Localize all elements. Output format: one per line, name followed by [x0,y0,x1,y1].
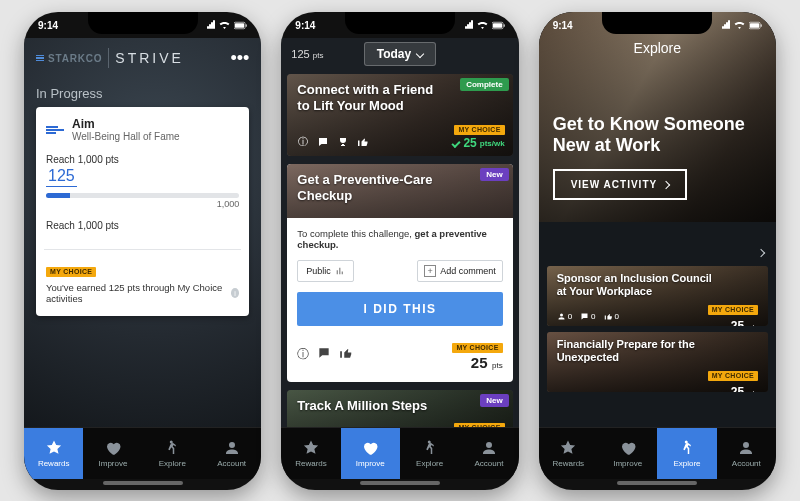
points-value: 25 [471,354,488,371]
i-did-this-button[interactable]: I DID THIS [297,292,502,326]
pick-title: Financially Prepare for the Unexpected [557,338,717,364]
status-icons [207,20,247,31]
chevron-right-icon [662,180,670,188]
tab-account[interactable]: Account [202,428,261,479]
activity-title: Get a Preventive-Care Checkup [297,172,447,205]
visibility-selector[interactable]: Public [297,260,354,282]
aim-logo-icon [46,126,64,134]
date-picker[interactable]: Today [364,42,436,66]
header-points[interactable]: 125 pts [291,48,323,60]
page-title: Explore [539,40,776,56]
check-icon [452,138,461,147]
goal-label: Reach 1,000 pts [46,154,239,165]
info-icon[interactable]: i [231,288,239,298]
thumb-icon[interactable] [357,136,369,148]
phone-rewards: 9:14 STARKCO STRIVE ••• In Progress [24,12,261,490]
starkco-logo: STARKCO [36,53,102,64]
in-progress-heading: In Progress [36,86,249,101]
tab-rewards[interactable]: Rewards [281,428,340,479]
cellular-icon [722,20,730,31]
heart-icon [619,439,637,457]
tab-bar: Rewards Improve Explore Account [281,427,518,479]
info-icon[interactable]: ⓘ [297,346,309,363]
tab-account[interactable]: Account [717,428,776,479]
tab-explore[interactable]: Explore [657,428,716,479]
person-icon [557,312,566,321]
progress-card[interactable]: Aim Well-Being Hall of Fame Reach 1,000 … [36,107,249,316]
status-time: 9:14 [295,20,315,31]
brand-divider [108,48,109,68]
tab-rewards[interactable]: Rewards [24,428,83,479]
wifi-icon [733,21,746,30]
trophy-icon[interactable] [337,136,349,148]
pick-card-financially-prepare[interactable]: Financially Prepare for the Unexpected M… [547,332,768,392]
likes-stat: 0 [604,312,619,321]
cellular-icon [207,20,215,31]
tab-rewards[interactable]: Rewards [539,428,598,479]
my-choice-tag: MY CHOICE [46,267,96,277]
wifi-icon [218,21,231,30]
activity-card-connect-friend[interactable]: Complete Connect with a Friend to Lift Y… [287,74,512,156]
starkco-mark-icon [36,55,44,62]
pick-title: Sponsor an Inclusion Council at Your Wor… [557,272,717,298]
wifi-icon [476,21,489,30]
thumb-icon[interactable] [339,346,353,363]
starkco-text: STARKCO [48,53,102,64]
walk-icon [421,439,439,457]
hero-card[interactable]: Explore Get to Know Someone New at Work … [539,12,776,222]
tab-improve[interactable]: Improve [341,428,400,479]
home-indicator[interactable] [103,481,183,485]
comment-icon[interactable] [317,346,331,363]
star-icon [302,439,320,457]
activity-card-million-steps[interactable]: New Track A Million Steps ⓘ MY CHOICE [287,390,512,427]
tab-improve[interactable]: Improve [83,428,142,479]
program-subtitle: Well-Being Hall of Fame [72,131,180,142]
people-stat: 0 [557,312,572,321]
notch [345,12,455,34]
my-choice-tag: MY CHOICE [708,305,758,315]
pick-card-inclusion-council[interactable]: Sponsor an Inclusion Council at Your Wor… [547,266,768,326]
tab-explore[interactable]: Explore [400,428,459,479]
points-value: 25 [731,385,744,392]
person-icon [223,439,241,457]
program-name: Aim [72,117,180,131]
status-time: 9:14 [38,20,58,31]
svg-rect-7 [750,23,759,28]
heart-icon [104,439,122,457]
star-icon [45,439,63,457]
phone-improve: 9:14 125 pts Today Complete Connect with… [281,12,518,490]
activity-card-preventive-checkup: New Get a Preventive-Care Checkup To com… [287,164,512,382]
svg-rect-5 [503,24,504,27]
tab-account[interactable]: Account [459,428,518,479]
activity-title: Track A Million Steps [297,398,447,414]
my-choice-tag: MY CHOICE [454,423,504,428]
thumb-icon [604,312,613,321]
heart-icon [361,439,379,457]
comments-stat: 0 [580,312,595,321]
goal-label-2: Reach 1,000 pts [46,220,239,231]
activity-action-icons: ⓘ [297,346,353,363]
home-indicator[interactable] [617,481,697,485]
tab-improve[interactable]: Improve [598,428,657,479]
svg-rect-2 [246,24,247,27]
tab-bar: Rewards Improve Explore Account [24,427,261,479]
home-indicator[interactable] [360,481,440,485]
challenge-description: To complete this challenge, get a preven… [297,228,502,250]
add-comment-button[interactable]: +Add comment [417,260,503,282]
view-activity-button[interactable]: VIEW ACTIVITY [553,169,688,200]
battery-icon [492,21,505,30]
notch [88,12,198,34]
info-icon[interactable]: ⓘ [297,136,309,148]
cellular-icon [465,20,473,31]
walk-icon [163,439,181,457]
svg-rect-1 [235,23,244,28]
points-value: 25 [731,319,744,326]
phone-explore: 9:14 Explore Get to Know Someone New at … [539,12,776,490]
comment-icon[interactable] [317,136,329,148]
my-choice-tag: MY CHOICE [452,343,502,353]
tab-explore[interactable]: Explore [143,428,202,479]
my-choice-tag: MY CHOICE [454,125,504,135]
activity-action-icons: ⓘ [297,136,369,148]
walk-icon [678,439,696,457]
battery-icon [749,21,762,30]
